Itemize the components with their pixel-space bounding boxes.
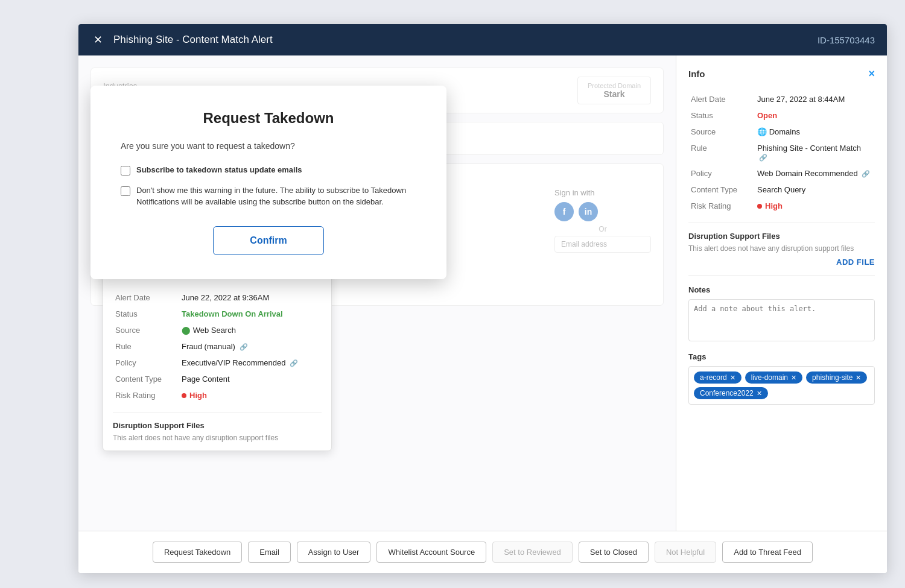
secondary-rule-label: Rule [113,338,179,355]
set-to-reviewed-button[interactable]: Set to Reviewed [492,542,573,563]
tag-a-record: a-record ✕ [694,371,741,384]
secondary-content-type-row: Content Type Page Content [113,371,322,387]
content-area: Industries cord Protected Domain Stark S… [78,55,887,531]
right-status-row: Status Open [688,107,875,124]
whitelist-account-source-button[interactable]: Whitelist Account Source [376,542,486,563]
window-close-button[interactable]: ✕ [91,33,105,47]
notes-title: Notes [688,285,875,294]
secondary-source-row: Source ⬤ Web Search [113,322,322,338]
tag-live-domain-remove[interactable]: ✕ [791,374,796,382]
secondary-disruption-text: This alert does not have any disruption … [113,434,322,442]
tag-phishing-site-remove[interactable]: ✕ [856,374,861,382]
right-content-type-row: Content Type Search Query [688,182,875,198]
notes-textarea[interactable] [688,299,875,341]
right-rule-label: Rule [688,140,755,165]
no-warning-label: Don't show me this warning in the future… [136,185,416,208]
tag-phishing-site: phishing-site ✕ [806,371,867,384]
right-risk-value: High [755,198,875,214]
right-status-label: Status [688,107,755,124]
subscribe-label: Subscribe to takedown status update emai… [136,164,302,176]
secondary-alert-date-value: June 22, 2022 at 9:36AM [179,289,322,306]
main-window: ✕ Phishing Site - Content Match Alert ID… [78,24,887,573]
right-panel: Info × Alert Date June 27, 2022 at 8:44A… [676,55,887,531]
email-button[interactable]: Email [248,542,291,563]
secondary-info-table: Alert Date June 22, 2022 at 9:36AM Statu… [113,289,322,403]
dialog-title: Request Takedown [121,110,416,127]
takedown-dialog: Request Takedown Are you sure you want t… [91,86,446,279]
right-risk-row: Risk Rating High [688,198,875,214]
no-warning-checkbox[interactable] [121,186,130,196]
bottom-toolbar: Request Takedown Email Assign to User Wh… [78,531,887,573]
secondary-content-type-label: Content Type [113,371,179,387]
confirm-button[interactable]: Confirm [213,226,323,255]
right-source-value: 🌐 Domains [755,124,875,140]
secondary-risk-value: High [179,387,322,403]
secondary-alert-date-label: Alert Date [113,289,179,306]
subscribe-checkbox-row: Subscribe to takedown status update emai… [121,164,416,176]
right-policy-value: Web Domain Recommended 🔗 [755,165,875,182]
risk-dot [182,393,186,398]
right-panel-header: Info × [688,68,875,80]
secondary-policy-value: Executive/VIP Recommended 🔗 [179,355,322,371]
right-risk-dot [757,204,762,209]
secondary-risk-row: Risk Rating High [113,387,322,403]
right-rule-link-icon[interactable]: 🔗 [759,154,767,161]
secondary-source-label: Source [113,322,179,338]
right-alert-date-row: Alert Date June 27, 2022 at 8:44AM [688,91,875,107]
rule-link-icon[interactable]: 🔗 [240,343,248,350]
tags-container: a-record ✕ live-domain ✕ phishing-site ✕… [688,366,875,405]
secondary-status-value: Takedown Down On Arrival [179,306,322,322]
request-takedown-button[interactable]: Request Takedown [153,542,242,563]
policy-link-icon[interactable]: 🔗 [290,359,298,367]
title-bar-left: ✕ Phishing Site - Content Match Alert [91,33,273,47]
main-content: Industries cord Protected Domain Stark S… [78,55,676,531]
secondary-status-label: Status [113,306,179,322]
disruption-text: This alert does not have any disruption … [688,244,875,253]
right-policy-label: Policy [688,165,755,182]
secondary-policy-label: Policy [113,355,179,371]
alert-id: ID-155703443 [818,35,875,45]
right-alert-date-value: June 27, 2022 at 8:44AM [755,91,875,107]
secondary-rule-value: Fraud (manual) 🔗 [179,338,322,355]
secondary-alert-date-row: Alert Date June 22, 2022 at 9:36AM [113,289,322,306]
disruption-title: Disruption Support Files [688,232,875,241]
right-content-type-label: Content Type [688,182,755,198]
window-title: Phishing Site - Content Match Alert [113,34,273,46]
secondary-rule-row: Rule Fraud (manual) 🔗 [113,338,322,355]
tag-conference2022-remove[interactable]: ✕ [757,390,762,397]
right-policy-link-icon[interactable]: 🔗 [862,170,870,177]
right-risk-label: Risk Rating [688,198,755,214]
set-to-closed-button[interactable]: Set to Closed [579,542,649,563]
tags-section: Tags a-record ✕ live-domain ✕ phishing-s… [688,352,875,405]
subscribe-checkbox[interactable] [121,166,130,175]
secondary-policy-row: Policy Executive/VIP Recommended 🔗 [113,355,322,371]
no-warning-checkbox-row: Don't show me this warning in the future… [121,185,416,208]
right-status-value: Open [755,107,875,124]
assign-to-user-button[interactable]: Assign to User [297,542,371,563]
right-policy-row: Policy Web Domain Recommended 🔗 [688,165,875,182]
tag-conference2022: Conference2022 ✕ [694,387,768,399]
right-rule-row: Rule Phishing Site - Content Match 🔗 [688,140,875,165]
dialog-question: Are you sure you want to request a taked… [121,141,416,151]
tags-title: Tags [688,352,875,361]
right-info-table: Alert Date June 27, 2022 at 8:44AM Statu… [688,91,875,214]
title-bar: ✕ Phishing Site - Content Match Alert ID… [78,24,887,55]
secondary-risk-label: Risk Rating [113,387,179,403]
disruption-section: Disruption Support Files This alert does… [688,232,875,267]
tag-live-domain: live-domain ✕ [745,371,802,384]
right-source-label: Source [688,124,755,140]
notes-section: Notes [688,285,875,344]
right-panel-title: Info [688,69,705,79]
info-panel-secondary: Info × Alert Date June 22, 2022 at 9:36A… [103,261,332,451]
secondary-content-type-value: Page Content [179,371,322,387]
secondary-disruption-title: Disruption Support Files [113,421,322,430]
right-alert-date-label: Alert Date [688,91,755,107]
right-content-type-value: Search Query [755,182,875,198]
secondary-source-value: ⬤ Web Search [179,322,322,338]
add-to-threat-feed-button[interactable]: Add to Threat Feed [722,542,813,563]
tag-a-record-remove[interactable]: ✕ [730,374,735,382]
add-file-button[interactable]: ADD FILE [688,258,875,267]
right-source-row: Source 🌐 Domains [688,124,875,140]
not-helpful-button[interactable]: Not Helpful [655,542,716,563]
right-panel-close-button[interactable]: × [868,68,875,80]
